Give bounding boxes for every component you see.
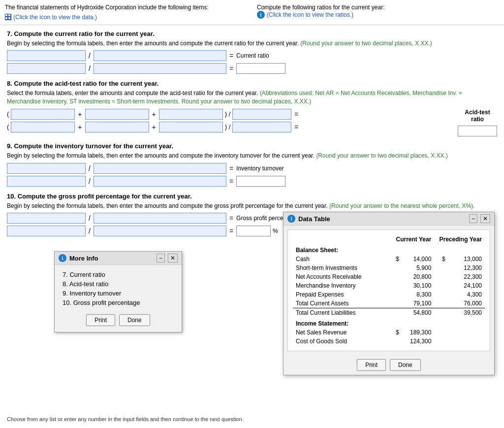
s7-equals2: = (228, 65, 234, 72)
grid-icon (5, 14, 11, 20)
data-icon-link[interactable]: (Click the icon to view the data.) (5, 14, 97, 21)
s8-result-val[interactable] (458, 126, 497, 136)
s7-divide2: / (88, 65, 92, 72)
s9-denominator-label[interactable] (94, 163, 226, 174)
s9-numerator-label[interactable] (7, 163, 86, 174)
acid-test-label: Acid-testratio (465, 109, 490, 123)
s7-denominator-label[interactable] (94, 50, 226, 61)
data-table-close-btn[interactable]: ✕ (480, 214, 490, 223)
acid-test-left: ( + + ) / = ( + + (7, 109, 456, 136)
s10-result-val[interactable] (236, 226, 271, 236)
balance-sheet-header-row: Balance Sheet: (293, 244, 485, 247)
s10-numerator-val[interactable] (7, 226, 86, 236)
section-10-instruction: Begin by selecting the formula labels, t… (7, 202, 497, 210)
section-8: 8. Compute the acid-test ratio for the c… (7, 80, 497, 136)
section-7-title: 7. Compute the current ratio for the cur… (7, 30, 497, 37)
s8-b2-val[interactable] (85, 122, 149, 132)
col-label-header (293, 235, 391, 244)
section-9-row1: / = Inventory turnover (7, 163, 497, 174)
s8-row2: ( + + ) / = (7, 122, 456, 132)
section-10-title: 10. Compute the gross profit percentage … (7, 193, 497, 200)
s7-numerator-val[interactable] (7, 63, 86, 74)
s9-denominator-val[interactable] (94, 176, 226, 187)
section-7: 7. Compute the current ratio for the cur… (7, 30, 497, 74)
acid-test-area: ( + + ) / = ( + + (7, 109, 497, 136)
s7-equals1: = (228, 52, 234, 60)
data-table-content: Current Year Preceding Year Balance Shee… (287, 230, 490, 247)
section-7-row2: / = (7, 63, 497, 74)
data-table-title: Data Table (298, 215, 330, 223)
s7-numerator-label[interactable] (7, 50, 86, 61)
s7-result-label: Current ratio (236, 52, 269, 59)
ratios-icon-link[interactable]: i (Click the icon to view the ratios.) (257, 11, 353, 19)
s8-a2-val[interactable] (11, 122, 75, 132)
data-table-modal: i Data Table − ✕ Current Year Preceding … (283, 212, 495, 247)
s8-d2-val[interactable] (232, 122, 291, 132)
acid-test-result-area: Acid-testratio (456, 109, 497, 136)
section-9: 9. Compute the inventory turnover for th… (7, 142, 497, 187)
s8-d1-label[interactable] (232, 109, 291, 120)
s8-c2-val[interactable] (159, 122, 223, 132)
section-7-row1: / = Current ratio (7, 50, 497, 61)
s7-denominator-val[interactable] (94, 63, 226, 74)
s10-denominator-val[interactable] (94, 226, 226, 236)
section-9-row2: / = (7, 176, 497, 187)
header-right: Compute the following ratios for the cur… (257, 4, 499, 21)
section-8-instruction: Select the formula labels, enter the amo… (7, 89, 497, 106)
data-table-minimize-btn[interactable]: − (469, 214, 477, 223)
s8-b1-label[interactable] (85, 109, 149, 120)
s7-divide1: / (88, 52, 92, 60)
header-left: The financial statements of Hydroxide Co… (5, 4, 247, 21)
s9-numerator-val[interactable] (7, 176, 86, 187)
s9-result-val[interactable] (236, 176, 285, 187)
col-current-header: Current Year (391, 235, 434, 244)
balance-sheet-header: Balance Sheet: (293, 244, 485, 247)
section-9-title: 9. Compute the inventory turnover for th… (7, 142, 497, 150)
data-table: Current Year Preceding Year Balance Shee… (293, 235, 485, 247)
s8-c1-label[interactable] (159, 109, 223, 120)
percent-sign: % (273, 228, 278, 234)
s10-denominator-label[interactable] (94, 213, 226, 224)
section-9-instruction: Begin by selecting the formula labels, t… (7, 152, 497, 160)
top-header: The financial statements of Hydroxide Co… (0, 0, 504, 25)
s7-result-val[interactable] (236, 63, 285, 74)
data-table-titlebar: i Data Table − ✕ (284, 212, 494, 226)
s9-result-label: Inventory turnover (236, 165, 284, 172)
s10-numerator-label[interactable] (7, 213, 86, 224)
section-8-title: 8. Compute the acid-test ratio for the c… (7, 80, 497, 87)
info-icon: i (257, 11, 265, 19)
header-left-text: The financial statements of Hydroxide Co… (5, 4, 247, 11)
header-right-text: Compute the following ratios for the cur… (257, 4, 499, 11)
data-table-icon: i (287, 215, 295, 223)
col-preceding-header: Preceding Year (434, 235, 485, 244)
s8-row1: ( + + ) / = (7, 109, 456, 120)
section-7-instruction: Begin by selecting the formula labels, t… (7, 39, 497, 48)
s8-a1-label[interactable] (11, 109, 75, 120)
